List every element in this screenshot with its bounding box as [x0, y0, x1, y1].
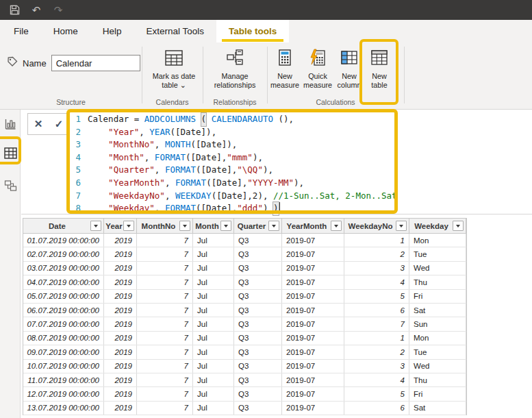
table-row[interactable]: 07.07.2019 00:00:0020197JulQ32019-077Sun	[23, 317, 466, 331]
tab-home[interactable]: Home	[41, 20, 90, 42]
code-line: 2 "Year", YEAR([Date]),	[71, 126, 529, 139]
code-segment-plain	[88, 177, 108, 190]
report-view-button[interactable]	[0, 115, 21, 136]
table-header-row: DateYearMonthNoMonthQuarterYearMonthWeek…	[23, 219, 466, 234]
undo-icon[interactable]: ↶	[30, 4, 42, 16]
table-cell: 2019	[104, 317, 137, 330]
tab-help[interactable]: Help	[90, 20, 134, 42]
filter-dropdown-icon[interactable]	[123, 221, 134, 231]
table-cell: Wed	[409, 360, 466, 373]
table-row[interactable]: 08.07.2019 00:00:0020197JulQ32019-071Mon	[23, 332, 466, 345]
tab-file[interactable]: File	[0, 20, 41, 42]
ribbon-group-structure: Structure	[0, 98, 142, 106]
model-view-button[interactable]	[0, 177, 21, 197]
column-header-monthno[interactable]: MonthNo	[137, 219, 193, 233]
table-cell: 7	[137, 262, 193, 275]
filter-dropdown-icon[interactable]	[220, 221, 231, 231]
column-header-month[interactable]: Month	[193, 219, 234, 233]
new-table-button[interactable]: New table	[364, 47, 395, 90]
table-cell: 11.07.2019 00:00:00	[23, 373, 104, 386]
table-cell: 7	[137, 332, 193, 345]
mark-as-date-table-button[interactable]: Mark as date table ⌄	[146, 47, 202, 90]
new-column-button[interactable]: New column	[334, 47, 364, 90]
table-cell: Jul	[193, 304, 234, 317]
code-segment-plain: ),	[294, 177, 304, 190]
commit-formula-button[interactable]: ✓	[55, 118, 64, 130]
table-cell: 2019	[104, 275, 137, 288]
table-cell: 2019	[104, 373, 137, 386]
filter-dropdown-icon[interactable]	[179, 221, 190, 231]
table-cell: Q3	[234, 275, 282, 288]
column-header-quarter[interactable]: Quarter	[234, 219, 282, 233]
filter-dropdown-icon[interactable]	[268, 221, 279, 231]
save-icon[interactable]	[8, 4, 21, 16]
tag-icon	[7, 56, 18, 70]
manage-relationships-label: Manage relationships	[214, 72, 256, 90]
code-segment-func: ADDCOLUMNS	[144, 113, 196, 126]
table-row[interactable]: 05.07.2019 00:00:0020197JulQ32019-075Fri	[23, 290, 466, 304]
table-row[interactable]: 06.07.2019 00:00:0020197JulQ32019-076Sat	[23, 304, 466, 317]
table-cell: 2019	[104, 304, 137, 317]
code-segment-plain: )	[263, 202, 273, 215]
table-cell: 7	[137, 247, 193, 260]
title-bar: ↶ ↷	[0, 0, 532, 20]
table-row[interactable]: 10.07.2019 00:00:0020197JulQ32019-073Wed	[23, 360, 466, 373]
filter-dropdown-icon[interactable]	[90, 221, 101, 231]
code-segment-plain: ,	[144, 151, 155, 164]
new-measure-button[interactable]: New measure	[269, 47, 301, 90]
filter-dropdown-icon[interactable]	[453, 221, 464, 231]
code-segment-func: CALENDARAUTO	[212, 113, 273, 126]
filter-dropdown-icon[interactable]	[396, 221, 407, 231]
powerbi-window: ↶ ↷ FileHomeHelpExternal ToolsTable tool…	[0, 0, 532, 418]
table-cell: Jul	[193, 275, 234, 288]
cancel-formula-button[interactable]: ✕	[34, 118, 43, 130]
column-header-year[interactable]: Year	[104, 219, 137, 233]
column-header-weekdayno[interactable]: WeekdayNo	[344, 219, 409, 233]
quick-measure-button[interactable]: Quick measure	[301, 47, 334, 90]
table-row[interactable]: 12.07.2019 00:00:0020197JulQ32019-075Fri	[23, 387, 466, 401]
table-cell: 7	[137, 387, 193, 400]
code-segment-str: "Year"	[108, 126, 139, 139]
table-row[interactable]: 04.07.2019 00:00:0020197JulQ32019-074Thu	[23, 275, 466, 289]
code-line: 7 "WeekdayNo", WEEKDAY([Date],2), //1-Su…	[71, 190, 529, 203]
table-cell: 04.07.2019 00:00:00	[23, 275, 104, 288]
code-line: 8 "Weekday", FORMAT([Date],"ddd") )	[71, 202, 529, 215]
dax-code-editor[interactable]: 1Calendar = ADDCOLUMNS ( CALENDARAUTO ()…	[71, 113, 529, 215]
ribbon-separator	[203, 47, 203, 103]
code-line: 3 "MonthNo", MONTH([Date]),	[71, 138, 529, 151]
new-measure-label: New measure	[270, 72, 299, 90]
table-cell: 03.07.2019 00:00:00	[23, 262, 104, 275]
table-row[interactable]: 11.07.2019 00:00:0020197JulQ32019-074Thu	[23, 373, 466, 387]
table-row[interactable]: 01.07.2019 00:00:0020197JulQ32019-071Mon	[23, 234, 466, 247]
column-header-yearmonth[interactable]: YearMonth	[282, 219, 344, 233]
filter-dropdown-icon[interactable]	[331, 221, 342, 231]
table-row[interactable]: 13.07.2019 00:00:0020197JulQ32019-076Sat	[23, 402, 466, 415]
table-cell: Jul	[193, 345, 234, 358]
table-row[interactable]: 03.07.2019 00:00:0020197JulQ32019-073Wed	[23, 262, 466, 275]
table-cell: Tue	[409, 345, 466, 358]
tab-external-tools[interactable]: External Tools	[134, 20, 217, 42]
calendar-data-table: DateYearMonthNoMonthQuarterYearMonthWeek…	[23, 218, 467, 415]
table-cell: Thu	[409, 373, 466, 386]
code-segment-func: FORMAT	[175, 177, 206, 190]
code-segment-plain: ([Date]),	[170, 126, 216, 139]
manage-relationships-button[interactable]: Manage relationships	[207, 47, 263, 90]
table-cell: 09.07.2019 00:00:00	[23, 345, 104, 358]
quick-measure-icon	[308, 47, 327, 69]
column-header-weekday[interactable]: Weekday	[409, 219, 466, 233]
column-header-date[interactable]: Date	[23, 219, 104, 233]
table-cell: 2019	[104, 387, 137, 400]
table-cell: 06.07.2019 00:00:00	[23, 304, 104, 317]
tab-table-tools[interactable]: Table tools	[216, 20, 289, 42]
table-row[interactable]: 09.07.2019 00:00:0020197JulQ32019-072Tue	[23, 345, 466, 359]
table-cell: 2019-07	[282, 275, 344, 288]
table-row[interactable]: 02.07.2019 00:00:0020197JulQ32019-072Tue	[23, 247, 466, 261]
data-view-button[interactable]	[0, 144, 21, 164]
table-cell: 2019-07	[282, 234, 344, 247]
new-column-icon	[340, 47, 359, 69]
code-line: 6 "YearMonth", FORMAT([Date],"YYYY-MM"),	[71, 177, 529, 190]
table-cell: Tue	[409, 247, 466, 260]
table-cell: Q3	[234, 360, 282, 373]
table-name-input[interactable]	[51, 55, 140, 71]
table-cell: 13.07.2019 00:00:00	[23, 402, 104, 415]
